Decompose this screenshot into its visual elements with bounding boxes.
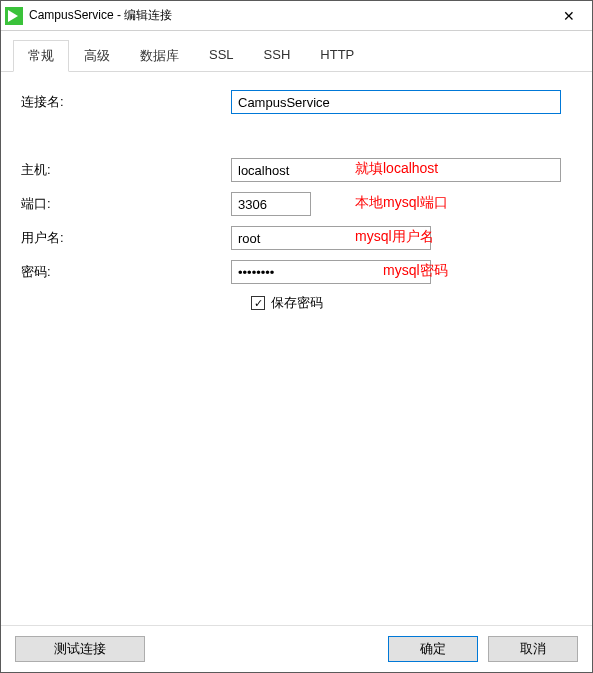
tab-ssl[interactable]: SSL <box>194 40 249 72</box>
connection-name-input[interactable] <box>231 90 561 114</box>
user-label: 用户名: <box>21 229 231 247</box>
row-password: 密码: mysql密码 <box>21 260 572 284</box>
tab-advanced[interactable]: 高级 <box>69 40 125 72</box>
app-icon <box>5 7 23 25</box>
tab-general[interactable]: 常规 <box>13 40 69 72</box>
tab-label: HTTP <box>320 47 354 62</box>
tab-label: 高级 <box>84 48 110 63</box>
tab-bar: 常规 高级 数据库 SSL SSH HTTP <box>1 39 592 72</box>
row-connection-name: 连接名: <box>21 90 572 114</box>
host-label: 主机: <box>21 161 231 179</box>
tab-content: 连接名: 主机: 就填localhost 端口: 本地mysql端口 用户名: … <box>1 72 592 625</box>
titlebar: CampusService - 编辑连接 ✕ <box>1 1 592 31</box>
port-input[interactable] <box>231 192 311 216</box>
tab-label: 常规 <box>28 48 54 63</box>
save-password-checkbox[interactable]: ✓ <box>251 296 265 310</box>
row-host: 主机: 就填localhost <box>21 158 572 182</box>
dialog-footer: 测试连接 确定 取消 <box>1 625 592 672</box>
port-label: 端口: <box>21 195 231 213</box>
row-save-password: ✓ 保存密码 <box>251 294 572 312</box>
annotation-host: 就填localhost <box>355 160 438 178</box>
tab-database[interactable]: 数据库 <box>125 40 194 72</box>
save-password-label: 保存密码 <box>271 294 323 312</box>
cancel-button[interactable]: 取消 <box>488 636 578 662</box>
connection-name-label: 连接名: <box>21 93 231 111</box>
tab-label: SSL <box>209 47 234 62</box>
window-title: CampusService - 编辑连接 <box>29 7 546 24</box>
dialog-window: CampusService - 编辑连接 ✕ 常规 高级 数据库 SSL SSH… <box>0 0 593 673</box>
tab-label: 数据库 <box>140 48 179 63</box>
row-port: 端口: 本地mysql端口 <box>21 192 572 216</box>
row-user: 用户名: mysql用户名 <box>21 226 572 250</box>
password-label: 密码: <box>21 263 231 281</box>
test-connection-button[interactable]: 测试连接 <box>15 636 145 662</box>
close-icon: ✕ <box>563 8 575 24</box>
ok-button[interactable]: 确定 <box>388 636 478 662</box>
annotation-user: mysql用户名 <box>355 228 434 246</box>
close-button[interactable]: ✕ <box>546 1 592 30</box>
annotation-port: 本地mysql端口 <box>355 194 448 212</box>
annotation-password: mysql密码 <box>383 262 448 280</box>
tab-label: SSH <box>264 47 291 62</box>
tab-ssh[interactable]: SSH <box>249 40 306 72</box>
tab-http[interactable]: HTTP <box>305 40 369 72</box>
